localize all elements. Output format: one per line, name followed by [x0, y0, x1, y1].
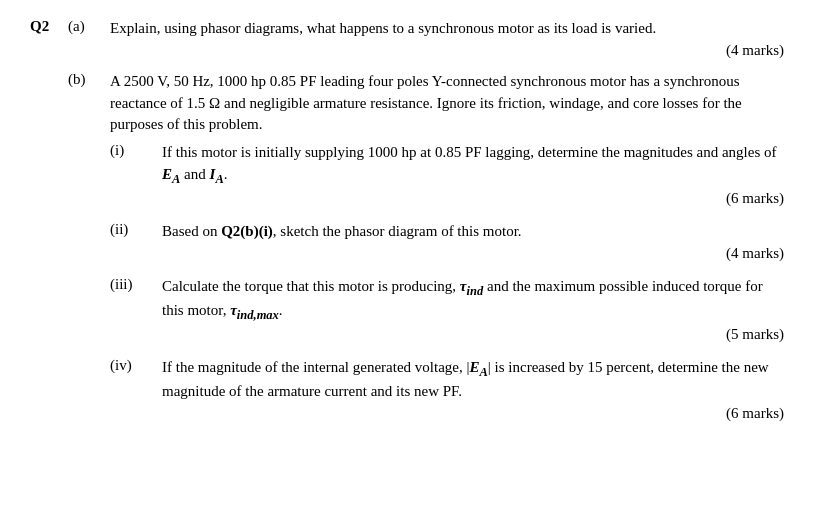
subpart-i-label: (i)	[110, 142, 162, 159]
subpart-ii-label: (ii)	[110, 221, 162, 238]
subpart-ii-text: Based on Q2(b)(i), sketch the phasor dia…	[162, 221, 786, 243]
subpart-i-text-middle: and	[180, 166, 209, 182]
subpart-i-row: (i) If this motor is initially supplying…	[110, 142, 786, 215]
tau-ind-sub: ind	[467, 284, 484, 298]
part-a-marks: (4 marks)	[110, 42, 786, 59]
subpart-iii-marks: (5 marks)	[162, 326, 786, 343]
question-label: Q2	[30, 18, 68, 35]
subpart-ii-row: (ii) Based on Q2(b)(i), sketch the phaso…	[110, 221, 786, 270]
question-block: Q2 (a) Explain, using phasor diagrams, w…	[30, 18, 786, 436]
subpart-i-marks: (6 marks)	[162, 190, 786, 207]
subpart-i-content: If this motor is initially supplying 100…	[162, 142, 786, 215]
subpart-ii-content: Based on Q2(b)(i), sketch the phasor dia…	[162, 221, 786, 270]
subpart-i-text-after: .	[224, 166, 228, 182]
subpart-iv-row: (iv) If the magnitude of the internal ge…	[110, 357, 786, 430]
subpart-i-text-before: If this motor is initially supplying 100…	[162, 144, 777, 160]
subpart-iv-content: If the magnitude of the internal generat…	[162, 357, 786, 430]
subpart-iii-label: (iii)	[110, 276, 162, 293]
subpart-iii-text-plain: Calculate the torque that this motor is …	[162, 278, 460, 294]
ia-sub: A	[215, 172, 223, 186]
part-b-content: A 2500 V, 50 Hz, 1000 hp 0.85 PF leading…	[110, 71, 786, 432]
part-b-text: A 2500 V, 50 Hz, 1000 hp 0.85 PF leading…	[110, 71, 786, 136]
part-a-row: (a) Explain, using phasor diagrams, what…	[68, 18, 786, 67]
subpart-i-text: If this motor is initially supplying 100…	[162, 142, 786, 188]
subpart-ii-marks: (4 marks)	[162, 245, 786, 262]
part-a-text: Explain, using phasor diagrams, what hap…	[110, 18, 786, 40]
subpart-iii-content: Calculate the torque that this motor is …	[162, 276, 786, 351]
tau-ind-max-sub: ind,max	[237, 308, 279, 322]
subpart-iii-row: (iii) Calculate the torque that this mot…	[110, 276, 786, 351]
subpart-iv-marks: (6 marks)	[162, 405, 786, 422]
subpart-iii-text-after: .	[279, 302, 283, 318]
ea-symbol: E	[162, 166, 172, 182]
part-a-content: Explain, using phasor diagrams, what hap…	[110, 18, 786, 67]
subpart-iv-text-plain: If the magnitude of the internal generat…	[162, 359, 469, 375]
subpart-iv-ea-symbol: E	[469, 359, 479, 375]
question-content: (a) Explain, using phasor diagrams, what…	[68, 18, 786, 436]
subpart-iv-ea-sub: A	[479, 365, 487, 379]
tau-ind-symbol: τ	[460, 278, 467, 294]
part-a-label: (a)	[68, 18, 110, 35]
subpart-iv-label: (iv)	[110, 357, 162, 374]
subpart-ii-bold-ref: Q2(b)(i)	[221, 223, 273, 239]
part-b-row: (b) A 2500 V, 50 Hz, 1000 hp 0.85 PF lea…	[68, 71, 786, 432]
part-b-label: (b)	[68, 71, 110, 88]
subpart-ii-text-plain: Based on	[162, 223, 221, 239]
subpart-iii-text: Calculate the torque that this motor is …	[162, 276, 786, 324]
tau-ind-max-symbol: τ	[230, 302, 237, 318]
subpart-iv-text: If the magnitude of the internal generat…	[162, 357, 786, 403]
subpart-ii-text-after: , sketch the phasor diagram of this moto…	[273, 223, 522, 239]
